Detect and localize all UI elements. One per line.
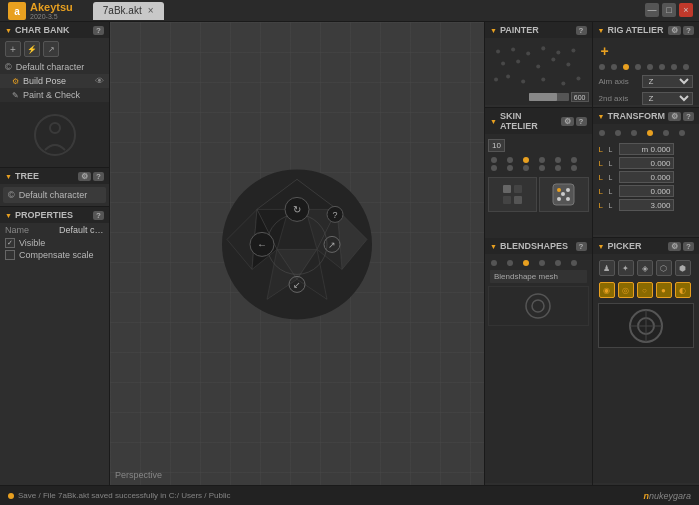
skin-help[interactable]: ?	[576, 117, 587, 126]
skin-cell-2	[539, 177, 588, 212]
char-btn3[interactable]: ↗	[43, 41, 59, 57]
file-tab[interactable]: 7aBk.akt ×	[93, 2, 164, 20]
svg-point-35	[551, 57, 555, 61]
skin-cell-1	[488, 177, 537, 212]
skin-dot	[555, 157, 561, 163]
tree-char-label: Default character	[19, 190, 88, 200]
picker-content: ♟ ✦ ◈ ⬡ ⬢ ◉ ◎ ○ ● ◐	[593, 254, 700, 483]
tr-label-4: L	[599, 201, 607, 210]
svg-text:←: ←	[257, 239, 267, 250]
blendshapes-title: BLENDSHAPES	[500, 241, 568, 251]
bs-dot	[539, 260, 545, 266]
blendshapes-panel: ▼ BLENDSHAPES ? Blendshape	[485, 238, 593, 485]
skin-title: SKIN ATELIER	[500, 111, 561, 131]
right-middle-row: ▼ SKIN ATELIER ⚙ ? 10	[485, 108, 699, 238]
skin-content: 10	[485, 134, 592, 245]
skin-dot	[507, 157, 513, 163]
picker-icon-y5[interactable]: ◐	[675, 282, 691, 298]
transform-input-4[interactable]	[619, 199, 674, 211]
picker-icon-3[interactable]: ◈	[637, 260, 653, 276]
props-help[interactable]: ?	[93, 211, 104, 220]
svg-point-28	[526, 51, 530, 55]
skin-dice-icon	[551, 182, 576, 207]
painter-help[interactable]: ?	[576, 26, 587, 35]
rig-dot	[659, 64, 665, 70]
status-bar-left: Save / File 7aBk.akt saved successfully …	[8, 491, 231, 500]
main-layout: ▼ CHAR BANK ? + ⚡ ↗ © Default character …	[0, 22, 699, 485]
picker-icon-y2[interactable]: ◎	[618, 282, 634, 298]
char-btn2[interactable]: ⚡	[24, 41, 40, 57]
rig-add-btn[interactable]: +	[596, 41, 697, 61]
blendshape-item[interactable]: Blendshape mesh	[490, 270, 587, 283]
tree-help[interactable]: ?	[93, 172, 104, 181]
skin-dot	[539, 165, 545, 171]
rig-dot	[611, 64, 617, 70]
picker-help[interactable]: ?	[683, 242, 694, 251]
picker-icon-y1[interactable]: ◉	[599, 282, 615, 298]
transform-row-0: L L	[596, 142, 697, 156]
rig-triangle: ▼	[598, 27, 605, 34]
eye-icon[interactable]: 👁	[95, 76, 104, 86]
minimize-btn[interactable]: —	[645, 3, 659, 17]
picker-icon-body[interactable]: ♟	[599, 260, 615, 276]
transform-gear[interactable]: ⚙	[668, 112, 681, 121]
picker-icon-2[interactable]: ✦	[618, 260, 634, 276]
viewport[interactable]: ↻ ← ↗ ↙ ? Perspective	[110, 22, 484, 485]
rig-help[interactable]: ?	[683, 26, 694, 35]
paint-check-item[interactable]: ✎ Paint & Check	[0, 88, 109, 102]
char-preview	[0, 102, 109, 167]
svg-point-34	[536, 64, 540, 68]
close-btn[interactable]: ×	[679, 3, 693, 17]
char-add-btn[interactable]: +	[5, 41, 21, 57]
aim-axis-select[interactable]: ZXY	[642, 75, 694, 88]
char-bank-toolbar: + ⚡ ↗	[0, 38, 109, 60]
svg-text:↻: ↻	[293, 204, 301, 215]
blendshape-label: Blendshape mesh	[494, 272, 558, 281]
rig-gear[interactable]: ⚙	[668, 26, 681, 35]
picker-icon-y4[interactable]: ●	[656, 282, 672, 298]
svg-point-38	[506, 75, 510, 79]
build-pose-label: Build Pose	[23, 76, 66, 86]
tree-default-char[interactable]: © Default character	[3, 187, 106, 203]
char-type-icon: ©	[5, 62, 12, 72]
second-axis-select[interactable]: ZXY	[642, 92, 694, 105]
svg-point-53	[526, 294, 550, 318]
picker-icon-y3[interactable]: ○	[637, 282, 653, 298]
char-icon-row: © Default character	[0, 60, 109, 74]
transform-help[interactable]: ?	[683, 112, 694, 121]
char-preview-icon	[30, 110, 80, 160]
svg-point-26	[496, 49, 500, 53]
build-pose-item[interactable]: ⚙ Build Pose 👁	[0, 74, 109, 88]
visible-checkbox[interactable]: ✓	[5, 238, 15, 248]
picker-title: PICKER	[607, 241, 641, 251]
tr-sub-1: L	[609, 160, 617, 167]
picker-gear[interactable]: ⚙	[668, 242, 681, 251]
transform-triangle: ▼	[598, 113, 605, 120]
transform-input-1[interactable]	[619, 157, 674, 169]
blendshapes-help[interactable]: ?	[576, 242, 587, 251]
picker-icon-4[interactable]: ⬡	[656, 260, 672, 276]
svg-rect-46	[514, 196, 522, 204]
compensate-label: Compensate scale	[19, 250, 94, 260]
tab-close-btn[interactable]: ×	[148, 5, 154, 16]
skin-gear[interactable]: ⚙	[561, 117, 574, 126]
char-bank-section: ▼ CHAR BANK ? + ⚡ ↗ © Default character …	[0, 22, 109, 168]
svg-text:?: ?	[332, 210, 337, 220]
transform-input-2[interactable]	[619, 171, 674, 183]
tr-dot	[615, 130, 621, 136]
compensate-checkbox[interactable]	[5, 250, 15, 260]
akeytsu-logo-icon: a	[8, 2, 26, 20]
right-top-row: ▼ PAINTER ?	[485, 22, 699, 108]
maximize-btn[interactable]: □	[662, 3, 676, 17]
transform-input-3[interactable]	[619, 185, 674, 197]
picker-icon-5[interactable]: ⬢	[675, 260, 691, 276]
svg-text:a: a	[14, 6, 20, 17]
svg-point-3	[50, 123, 60, 133]
svg-point-42	[576, 77, 580, 81]
tree-gear[interactable]: ⚙	[78, 172, 91, 181]
svg-point-30	[556, 50, 560, 54]
tree-triangle: ▼	[5, 173, 12, 180]
right-panel: ▼ PAINTER ?	[484, 22, 699, 485]
char-bank-help[interactable]: ?	[93, 26, 104, 35]
transform-input-0[interactable]	[619, 143, 674, 155]
